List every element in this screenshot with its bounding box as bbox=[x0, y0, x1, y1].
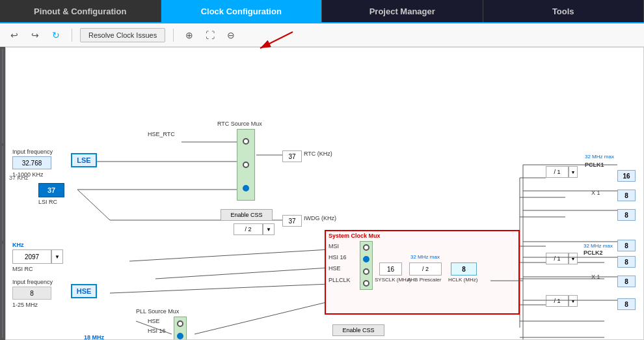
div2-wrap: / 2 ▼ bbox=[120, 135, 149, 147]
sysclk-value: 16 bbox=[379, 262, 402, 276]
hsi-freq-label: 18 MHz bbox=[84, 334, 104, 340]
lse-block: LSE bbox=[71, 153, 97, 167]
lsi-freq: 37 KHz bbox=[9, 175, 29, 181]
right-div1-top-dd[interactable]: ▼ bbox=[569, 166, 578, 178]
input-freq-value[interactable]: 32.768 bbox=[12, 156, 51, 169]
hclk-value: 8 bbox=[451, 262, 477, 276]
left-sidebar bbox=[0, 47, 5, 340]
sys-mux-radio-pllclk[interactable] bbox=[363, 280, 369, 287]
zoom-in-button[interactable]: ⊕ bbox=[181, 27, 197, 43]
pll-mux-radio-hse[interactable] bbox=[177, 320, 183, 327]
input-freq-label: Input frequency bbox=[12, 149, 53, 155]
hse-option: HSE bbox=[329, 265, 341, 272]
max-32mhz-pclk2-top: 32 MHz max bbox=[584, 243, 613, 249]
x1-label-1: X 1 bbox=[591, 190, 600, 196]
hse-block: HSE bbox=[71, 284, 97, 298]
main-area: Input frequency 32.768 1-1000 KHz LSE 37… bbox=[0, 47, 644, 340]
hsi16-option: HSI 16 bbox=[329, 254, 347, 261]
pll-source-mux-label: PLL Source Mux bbox=[136, 308, 179, 315]
right-div1-pclk2-dd[interactable]: ▼ bbox=[569, 253, 578, 264]
ahb-prescaler[interactable]: / 2 bbox=[409, 262, 442, 276]
undo-button[interactable]: ↩ bbox=[7, 27, 22, 43]
toolbar-separator bbox=[72, 29, 72, 42]
div2-dropdown[interactable]: ▼ bbox=[263, 223, 275, 235]
pll-hse-label: HSE bbox=[148, 318, 160, 324]
resolve-clock-button[interactable]: Resolve Clock Issues bbox=[80, 28, 165, 42]
msi-option: MSI bbox=[329, 243, 339, 249]
pll-mux-radio-hsi16[interactable] bbox=[177, 333, 183, 339]
system-clock-mux-label: System Clock Mux bbox=[329, 233, 381, 239]
hclk-label: HCLK (MHz) bbox=[448, 277, 477, 283]
msi-value[interactable]: 2097 bbox=[12, 249, 51, 264]
sys-mux-radio-msi[interactable] bbox=[363, 244, 369, 251]
svg-line-8 bbox=[129, 249, 329, 261]
div2-box[interactable]: / 2 bbox=[234, 223, 263, 235]
pll-hsi16-label: HSI 16 bbox=[148, 328, 166, 334]
msi-freq-label: KHz bbox=[12, 242, 24, 248]
rtc-mux-radio-2[interactable] bbox=[243, 162, 249, 168]
max-32mhz-label-1: 32 MHz max bbox=[410, 254, 440, 260]
pllclk-option: PLLCLK bbox=[329, 277, 351, 283]
rtc-mux-radio-1[interactable] bbox=[243, 138, 249, 145]
sys-mux-block bbox=[360, 241, 373, 290]
enable-css-button-bottom[interactable]: Enable CSS bbox=[332, 324, 384, 336]
output-8-5: 8 bbox=[617, 276, 636, 287]
svg-line-11 bbox=[195, 302, 329, 334]
rtc-source-mux-label: RTC Source Mux bbox=[217, 120, 262, 127]
hse-rtc-label: HSE_RTC bbox=[148, 131, 175, 137]
tab-tools[interactable]: Tools bbox=[483, 0, 645, 22]
output-8-4: 8 bbox=[617, 256, 636, 268]
tab-project[interactable]: Project Manager bbox=[322, 0, 483, 22]
system-clock-mux-container: System Clock Mux MSI HSI 16 HSE PLLCLK 1… bbox=[325, 230, 520, 315]
lsi-value: 37 bbox=[38, 183, 64, 197]
rtc-mux-radio-3[interactable] bbox=[243, 185, 249, 191]
ahb-label: AHB Prescaler bbox=[407, 277, 441, 283]
max-32mhz-pclk1: 32 MHz max bbox=[585, 154, 614, 160]
expand-button[interactable]: ⛶ bbox=[202, 27, 218, 43]
canvas[interactable]: Input frequency 32.768 1-1000 KHz LSE 37… bbox=[5, 47, 644, 340]
tab-clock[interactable]: Clock Configuration bbox=[161, 0, 323, 22]
refresh-button[interactable]: ↻ bbox=[48, 27, 64, 43]
sys-mux-radio-hsi16[interactable] bbox=[363, 256, 369, 262]
x1-label-2: X 1 bbox=[591, 274, 600, 280]
enable-css-button-top[interactable]: Enable CSS bbox=[221, 209, 273, 221]
right-div1-3-dd[interactable]: ▼ bbox=[569, 295, 578, 307]
toolbar-separator-2 bbox=[173, 29, 174, 42]
msi-rc-label: MSI RC bbox=[12, 266, 33, 272]
toolbar: ↩ ↪ ↻ Resolve Clock Issues ⊕ ⛶ ⊖ bbox=[0, 23, 644, 47]
output-8-6: 8 bbox=[617, 298, 636, 310]
redo-button[interactable]: ↪ bbox=[27, 27, 43, 43]
hse-input-label: Input frequency bbox=[12, 279, 53, 285]
tab-pinout[interactable]: Pinout & Configuration bbox=[0, 0, 161, 22]
iwdg-label: IWDG (KHz) bbox=[304, 215, 336, 221]
svg-line-9 bbox=[155, 268, 329, 279]
pclk1-label: PCLK1 bbox=[585, 162, 604, 168]
output-8-1: 8 bbox=[617, 190, 636, 201]
svg-line-6 bbox=[77, 190, 110, 220]
iwdg-value: 37 bbox=[282, 215, 302, 227]
right-div1-top[interactable]: / 1 bbox=[546, 166, 569, 178]
sysclk-label: SYSCLK (MHz) bbox=[375, 277, 411, 283]
sys-mux-radio-hse[interactable] bbox=[363, 268, 369, 275]
pll-mux-block bbox=[174, 317, 187, 340]
rtc-mux-block bbox=[237, 129, 255, 201]
right-div1-3[interactable]: / 1 bbox=[546, 295, 569, 307]
msi-dropdown[interactable]: ▼ bbox=[51, 249, 63, 264]
output-8-3: 8 bbox=[617, 240, 636, 251]
top-navigation: Pinout & Configuration Clock Configurati… bbox=[0, 0, 644, 23]
lsi-rc-label: LSI RC bbox=[38, 199, 57, 205]
pclk2-label: PCLK2 bbox=[584, 249, 603, 256]
output-8-2: 8 bbox=[617, 209, 636, 221]
svg-line-10 bbox=[110, 284, 329, 293]
zoom-out-button[interactable]: ⊖ bbox=[223, 27, 239, 43]
hse-input-value[interactable]: 8 bbox=[12, 287, 51, 300]
rtc-label: RTC (KHz) bbox=[304, 150, 332, 157]
hse-input-range: 1-25 MHz bbox=[12, 302, 38, 308]
right-div1-pclk2[interactable]: / 1 bbox=[546, 253, 569, 264]
output-16: 16 bbox=[617, 170, 636, 182]
rtc-value: 37 bbox=[282, 150, 302, 162]
